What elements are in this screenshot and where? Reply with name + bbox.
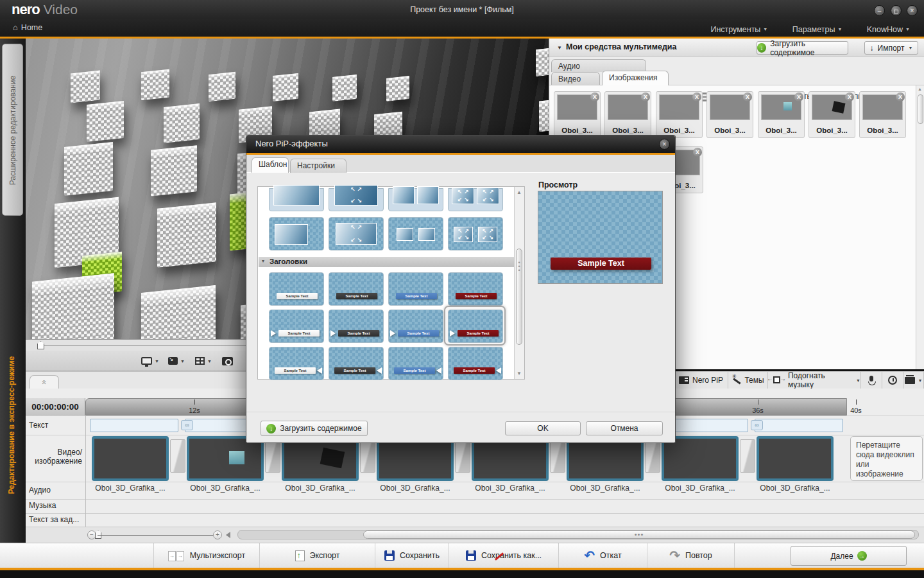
grid-overlay-button[interactable]: ▼ (195, 353, 212, 369)
save-button[interactable]: Сохранить (375, 543, 449, 568)
home-button[interactable]: ⌂Home (13, 22, 42, 32)
import-button[interactable]: ↓ Импорт ▼ (864, 41, 918, 55)
next-button[interactable]: Далее → (791, 546, 907, 566)
snapshot-button[interactable] (222, 353, 233, 369)
menu-options[interactable]: Параметры▼ (792, 25, 843, 34)
minimize-button[interactable]: – (874, 5, 885, 16)
scroll-up-icon[interactable]: ▲ (517, 189, 522, 195)
collapse-panel-icon[interactable]: ▼ (557, 45, 562, 51)
transition-slot[interactable] (645, 439, 660, 473)
scroll-left-icon[interactable] (226, 532, 230, 538)
tab-images[interactable]: Изображения (602, 71, 669, 85)
transition-slot[interactable] (265, 439, 280, 473)
tab-video[interactable]: Видео (551, 72, 600, 85)
title-template[interactable]: Sample Text (448, 272, 503, 306)
dialog-load-content-button[interactable]: ↓ Загрузить содержимое (261, 421, 368, 436)
multi-export-button[interactable]: Мультиэкспорт (154, 543, 260, 568)
title-template-selected[interactable]: Sample Text (448, 310, 503, 343)
transition-slot[interactable] (360, 439, 375, 473)
title-template[interactable]: Sample Text (388, 347, 443, 380)
collapse-timeline-tab[interactable]: « (30, 375, 59, 389)
pip-template[interactable] (329, 217, 384, 250)
fullscreen-button[interactable]: ▼ (168, 353, 185, 369)
remove-icon[interactable]: X (590, 92, 599, 101)
menu-knowhow[interactable]: KnowHow▼ (867, 25, 910, 34)
restore-button[interactable] (891, 5, 902, 16)
title-template[interactable]: Sample Text (329, 310, 384, 343)
themes-button[interactable]: Темы (728, 372, 767, 389)
link-icon[interactable]: ∞ (751, 420, 763, 430)
remove-icon[interactable]: X (743, 92, 752, 101)
tab-template[interactable]: Шаблон (252, 157, 289, 173)
title-template[interactable]: Sample Text (388, 310, 443, 343)
media-item[interactable]: X Oboi_3... (656, 91, 703, 138)
display-mode-button[interactable]: ▼ (141, 353, 159, 369)
media-item[interactable]: X Oboi_3... (809, 91, 855, 138)
zoom-out-button[interactable]: − (87, 530, 96, 539)
text-clip[interactable] (755, 419, 843, 432)
video-clip[interactable] (757, 436, 834, 481)
transition-slot[interactable] (455, 439, 470, 473)
media-item[interactable]: X Oboi_3... (758, 91, 805, 138)
media-item[interactable]: X Oboi_3... (859, 91, 906, 138)
duration-button[interactable] (882, 372, 903, 389)
pip-template[interactable] (269, 217, 324, 250)
record-narration-button[interactable] (860, 372, 882, 389)
tab-settings[interactable]: Настройки (290, 159, 346, 173)
remove-icon[interactable]: X (896, 92, 905, 101)
section-header-titles[interactable]: Заголовки (259, 257, 515, 267)
link-icon[interactable]: ∞ (181, 420, 193, 430)
title-template[interactable]: Sample Text (269, 310, 324, 343)
tab-express-editing[interactable]: Редактирование в экспресс-режиме (7, 319, 16, 531)
zoom-slider-handle[interactable] (95, 530, 101, 539)
title-template[interactable]: Sample Text (448, 347, 503, 380)
title-template[interactable]: Sample Text (269, 272, 324, 306)
export-button[interactable]: Экспорт (260, 543, 375, 568)
zoom-slider-track[interactable] (98, 535, 214, 536)
scrollbar-thumb[interactable]: ••• (516, 249, 522, 345)
transition-slot[interactable] (170, 439, 185, 473)
remove-icon[interactable]: X (693, 148, 702, 157)
dialog-close-button[interactable]: × (659, 139, 670, 150)
timeline-hscrollbar[interactable]: ••• (237, 530, 919, 539)
pip-template[interactable] (448, 188, 503, 211)
pip-template[interactable] (388, 188, 443, 211)
nero-pip-button[interactable]: Nero PiP (674, 372, 728, 389)
hscrollbar-thumb[interactable]: ••• (363, 530, 915, 539)
close-button[interactable]: × (907, 5, 918, 16)
pip-template[interactable] (329, 188, 384, 211)
remove-icon[interactable]: X (794, 92, 803, 101)
media-item[interactable]: X Oboi_3... (554, 91, 601, 138)
remove-icon[interactable]: X (641, 92, 650, 101)
scroll-down-icon[interactable]: ▼ (517, 371, 522, 376)
title-template[interactable]: Sample Text (329, 347, 384, 380)
cancel-button[interactable]: Отмена (586, 421, 663, 435)
playhead-marker[interactable] (37, 341, 44, 349)
text-clip[interactable] (90, 419, 178, 432)
redo-button[interactable]: ↷ Повтор (647, 543, 735, 568)
scrollbar-thumb[interactable] (918, 94, 923, 124)
title-template[interactable]: Sample Text (329, 272, 384, 306)
undo-button[interactable]: ↶ Откат (559, 543, 647, 568)
template-scrollbar[interactable]: ▲ ••• ▼ (514, 187, 524, 379)
tab-advanced-editing[interactable]: Расширенное редактирование (2, 44, 23, 216)
clip-dropzone[interactable]: Перетащите сюда видеоклип или изображени… (850, 436, 923, 481)
slideshow-button[interactable]: ▼ (903, 372, 924, 389)
tab-audio[interactable]: Аудио (551, 59, 646, 72)
save-as-button[interactable]: Сохранить как... (449, 543, 559, 568)
scroll-up-icon[interactable]: ▲ (918, 87, 922, 91)
title-template[interactable]: Sample Text (388, 272, 443, 306)
pip-template[interactable] (269, 188, 324, 211)
dialog-title-bar[interactable]: Nero PiP-эффекты × (246, 136, 675, 153)
media-scrollbar[interactable]: ▲ (916, 85, 924, 369)
remove-icon[interactable]: X (845, 92, 854, 101)
remove-icon[interactable]: X (692, 92, 701, 101)
transition-slot[interactable] (740, 439, 755, 473)
transition-slot[interactable] (550, 439, 565, 473)
title-template[interactable]: Sample Text (269, 347, 324, 380)
fit-music-button[interactable]: Подогнать музыку▼ (767, 372, 860, 389)
pip-template[interactable] (388, 217, 443, 250)
load-content-button[interactable]: ↓ Загрузить содержимое (757, 41, 848, 55)
media-item[interactable]: X Oboi_3... (706, 91, 753, 138)
menu-tools[interactable]: Инструменты▼ (710, 25, 767, 34)
